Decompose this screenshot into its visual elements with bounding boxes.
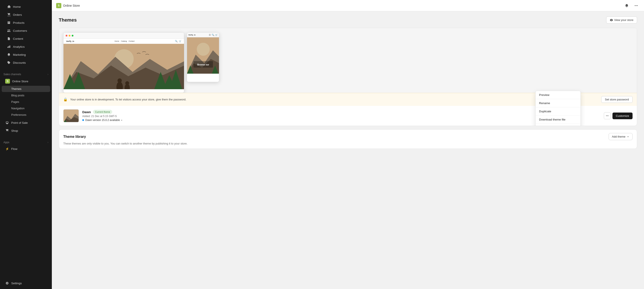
settings-label: Settings: [11, 282, 22, 285]
sidebar-item-customers[interactable]: Customers: [4, 27, 48, 34]
pos-icon: [5, 121, 9, 125]
mobile-hero: Browse our: [187, 37, 219, 74]
desktop-browser-content: Varify_io Home Catalog Contact 🔍🛒: [64, 39, 184, 93]
page-header: Themes View your store: [59, 16, 637, 24]
library-title: Theme library: [63, 135, 86, 139]
page-title: Themes: [59, 17, 77, 23]
theme-more-button[interactable]: [604, 112, 611, 119]
customize-button[interactable]: Customize: [612, 112, 632, 119]
sidebar-item-online-store[interactable]: S Online Store: [2, 77, 50, 86]
themes-label: Themes: [11, 87, 22, 90]
version-chevron-icon[interactable]: ▾: [121, 119, 122, 122]
shop-label: Shop: [11, 129, 18, 132]
apps-expand[interactable]: ›: [48, 141, 48, 144]
sidebar-item-shop[interactable]: Shop: [2, 127, 50, 134]
theme-added-date: Added: 21 Dec at 5:15 GMT-5: [82, 115, 600, 118]
theme-card: Varify_io Home Catalog Contact 🔍🛒: [59, 28, 637, 126]
store-nav-icons: 🔍🛒: [175, 40, 182, 42]
theme-details: Dawn Current theme Added: 21 Dec at 5:15…: [82, 110, 600, 122]
sidebar-item-home-label: Home: [13, 5, 21, 8]
sidebar-item-content-label: Content: [13, 37, 23, 40]
alert-message: Your online store is in development. To …: [70, 98, 186, 101]
pos-label: Point of Sale: [11, 121, 28, 124]
sidebar-item-orders-label: Orders: [13, 13, 22, 16]
sidebar-item-content[interactable]: Content: [4, 35, 48, 42]
sidebar: Home Orders Products Customers Content: [0, 0, 52, 289]
sidebar-item-blog-posts[interactable]: Blog posts: [2, 92, 50, 98]
pages-label: Pages: [11, 100, 19, 104]
sidebar-item-home[interactable]: Home: [4, 3, 48, 10]
sidebar-item-orders[interactable]: Orders: [4, 11, 48, 18]
version-row: Dawn version 15.0.2 available ▾: [82, 118, 600, 122]
browser-dot-red: [66, 35, 68, 36]
navigation-label: Navigation: [11, 107, 24, 110]
context-menu-rename[interactable]: Rename: [536, 99, 580, 107]
browser-dot-yellow: [69, 35, 70, 36]
online-store-icon: S: [5, 79, 10, 84]
theme-name-row: Dawn Current theme: [82, 110, 600, 114]
chevron-down-icon: [627, 136, 629, 138]
blog-posts-label: Blog posts: [11, 94, 24, 97]
context-menu-download[interactable]: Download theme file: [536, 116, 580, 124]
view-store-label: View your store: [614, 18, 634, 22]
customers-icon: [7, 29, 11, 32]
svg-point-14: [197, 43, 210, 56]
sidebar-item-analytics[interactable]: Analytics: [4, 43, 48, 50]
theme-actions: Customize: [604, 112, 632, 119]
view-store-button[interactable]: View your store: [606, 16, 637, 24]
browser-bar-desktop: [64, 32, 184, 39]
context-menu-preview[interactable]: Preview: [536, 91, 580, 99]
context-menu-edit-code[interactable]: Edit code: [536, 124, 580, 126]
version-dot: [82, 119, 84, 121]
sidebar-item-flow[interactable]: ⚡ Flow: [2, 145, 50, 153]
sidebar-item-settings[interactable]: Settings: [2, 279, 50, 287]
topbar-more-icon[interactable]: [633, 2, 640, 9]
discounts-icon: [7, 61, 11, 64]
apps-label: Apps ›: [0, 138, 52, 145]
sidebar-item-preferences[interactable]: Preferences: [2, 112, 50, 118]
products-icon: [7, 21, 11, 24]
context-menu: Preview Rename Duplicate Download theme …: [535, 91, 581, 126]
set-password-button[interactable]: Set store password: [601, 96, 632, 103]
sidebar-item-products[interactable]: Products: [4, 19, 48, 26]
sidebar-item-point-of-sale[interactable]: Point of Sale: [2, 119, 50, 126]
theme-name: Dawn: [82, 110, 91, 114]
library-header: Theme library Add theme: [59, 130, 637, 142]
svg-point-10: [118, 78, 122, 83]
mobile-preview: Varify_io ☰🔍🛒: [187, 32, 219, 82]
orders-icon: [7, 13, 11, 17]
sidebar-item-themes[interactable]: Themes: [2, 86, 50, 92]
flow-icon: ⚡: [5, 147, 9, 151]
add-theme-button[interactable]: Add theme: [608, 133, 632, 140]
flow-label: Flow: [11, 147, 18, 150]
shop-icon: [5, 129, 9, 132]
sales-channels-expand[interactable]: ›: [48, 73, 48, 76]
browser-dot-green: [72, 35, 74, 36]
topbar-store-icon: S: [56, 3, 61, 8]
content-icon: [7, 37, 11, 40]
browser-bar-mobile: Varify_io ☰🔍🛒: [187, 32, 219, 37]
sidebar-item-marketing-label: Marketing: [13, 53, 26, 56]
eye-icon: [610, 18, 613, 22]
preferences-label: Preferences: [11, 113, 26, 116]
sales-channels-label: Sales channels ›: [0, 70, 52, 77]
topbar: S Online Store: [52, 0, 644, 11]
theme-thumbnail: [63, 109, 79, 122]
marketing-icon: [7, 53, 11, 56]
sidebar-item-analytics-label: Analytics: [13, 45, 24, 48]
analytics-icon: [7, 45, 11, 48]
library-subtitle: These themes are only visible to you. Yo…: [59, 142, 637, 148]
main-content: S Online Store Themes View your store: [52, 0, 644, 289]
context-menu-duplicate[interactable]: Duplicate: [536, 107, 580, 115]
notification-icon[interactable]: [623, 2, 630, 9]
sidebar-item-pages[interactable]: Pages: [2, 99, 50, 105]
sidebar-item-navigation[interactable]: Navigation: [2, 105, 50, 112]
desktop-preview: Varify_io Home Catalog Contact 🔍🛒: [63, 32, 184, 93]
settings-icon: [5, 281, 9, 285]
sidebar-item-marketing[interactable]: Marketing: [4, 51, 48, 58]
topbar-right: [623, 2, 640, 9]
sidebar-item-discounts[interactable]: Discounts: [4, 59, 48, 66]
store-header-desktop: Varify_io Home Catalog Contact 🔍🛒: [64, 39, 184, 44]
page-content: Themes View your store: [52, 11, 644, 289]
online-store-label: Online Store: [12, 80, 28, 83]
